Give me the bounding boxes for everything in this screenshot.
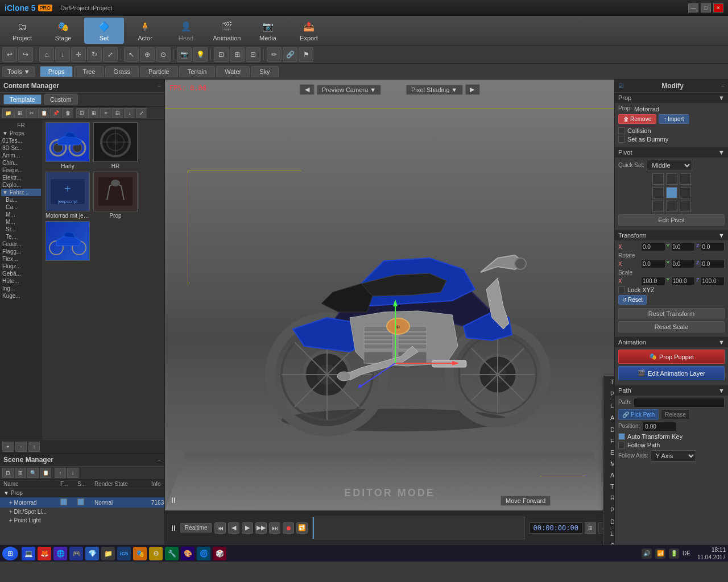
prop-section-header[interactable]: Prop ▼	[615, 93, 728, 103]
pick-path-button[interactable]: 🔗 Pick Path	[618, 409, 659, 420]
taskbar-icon-6[interactable]: 📁	[101, 547, 115, 560]
ctx-item-remove-anim[interactable]: Remove All Animation	[603, 492, 614, 504]
vp-next-button[interactable]: ▶▶	[255, 522, 267, 534]
path-section-header[interactable]: Path ▼	[615, 385, 728, 396]
ctx-item-transform[interactable]: Transform ▶	[603, 376, 614, 388]
pivot-cell-bl[interactable]	[652, 201, 664, 212]
taskbar-icon-11[interactable]: 🎨	[181, 547, 195, 560]
tab-terrain[interactable]: Terrain	[179, 66, 216, 77]
vp-play-pause-button[interactable]: ⏸	[169, 523, 177, 533]
edit-animation-layer-button[interactable]: 🎬 Edit Animation Layer	[618, 366, 725, 380]
vp-loop-button[interactable]: 🔁	[296, 522, 308, 534]
quick-set-dropdown[interactable]: Middle	[647, 160, 692, 171]
rotate2-button[interactable]: ⊙	[156, 47, 171, 62]
move-z-field[interactable]	[701, 243, 725, 251]
pivot-cell-br[interactable]	[680, 201, 691, 212]
realtime-button[interactable]: Realtime	[180, 523, 212, 533]
select-button[interactable]: ↖	[124, 47, 139, 62]
tree-item-fahrz[interactable]: ▼ Fahrz...	[1, 189, 41, 196]
dummy-check-row[interactable]: Set as Dummy	[618, 136, 725, 143]
move-button[interactable]: ✛	[71, 47, 86, 62]
close-button[interactable]: ✕	[713, 3, 723, 13]
tool-a[interactable]: ⊡	[214, 47, 229, 62]
tree-item-m1[interactable]: M...	[1, 211, 41, 218]
ctx-item-timeline[interactable]: Timeline	[603, 481, 614, 492]
tree-item-st[interactable]: St...	[1, 226, 41, 233]
rotate-button[interactable]: ↻	[87, 47, 102, 62]
move-x-field[interactable]	[641, 243, 665, 251]
vp-prev-button[interactable]: ◀	[228, 522, 239, 534]
menu-item-stage[interactable]: 🎭 Stage	[43, 18, 83, 44]
tree-item-anim[interactable]: Anim...	[1, 152, 41, 159]
animation-section-header[interactable]: Animation ▼	[615, 337, 728, 347]
taskbar-icon-4[interactable]: 🎮	[69, 547, 83, 560]
maximize-button[interactable]: □	[701, 3, 711, 13]
taskbar-icon-5[interactable]: 💎	[85, 547, 99, 560]
sm-tool-5[interactable]: ↑	[55, 468, 66, 478]
prop-puppet-button[interactable]: 🎭 Prop Puppet	[618, 350, 725, 364]
follow-path-row[interactable]: Follow Path	[618, 442, 725, 448]
tree-item-chin[interactable]: Chin...	[1, 159, 41, 167]
tab-props[interactable]: Props	[40, 66, 73, 77]
sm-tool-2[interactable]: ⊞	[15, 468, 26, 478]
auto-transform-row[interactable]: Auto Transform Key	[618, 433, 725, 440]
ctx-item-edit-anim-layer[interactable]: Edit Animation Layer	[603, 447, 614, 458]
menu-item-project[interactable]: 🗂 Project	[2, 18, 42, 44]
modify-checkbox[interactable]: ☑	[618, 82, 624, 90]
redo-button[interactable]: ↪	[18, 47, 33, 62]
tools-dropdown-button[interactable]: Tools ▼	[2, 66, 35, 77]
nav-left-button[interactable]: ◀	[300, 84, 315, 95]
ctx-item-physics[interactable]: Physics ▶	[603, 504, 614, 516]
sm-tool-4[interactable]: 📋	[40, 468, 51, 478]
snap-button[interactable]: ⊞	[585, 522, 596, 534]
pivot-cell-mr[interactable]	[680, 187, 691, 198]
path-input-field[interactable]	[634, 398, 725, 408]
move-y-field[interactable]	[671, 243, 696, 251]
tree-item-flex[interactable]: Flex...	[1, 255, 41, 263]
scale-y-field[interactable]	[671, 277, 696, 285]
tree-item-kuge[interactable]: Kuge...	[1, 292, 41, 300]
cm-tool-3[interactable]: ✂	[26, 108, 38, 118]
ctx-item-display[interactable]: Display ▶	[603, 423, 614, 435]
tree-item-m2[interactable]: M...	[1, 218, 41, 226]
tab-sky[interactable]: Sky	[251, 66, 278, 77]
table-row[interactable]: + Motorrad Normal 71636	[0, 497, 164, 508]
follow-path-checkbox[interactable]	[618, 442, 625, 448]
cm-tool-2[interactable]: ⊞	[14, 108, 26, 118]
vp-record-button[interactable]: ⏺	[283, 522, 294, 534]
collision-check-row[interactable]: Collision	[618, 127, 725, 134]
tree-item-flagg[interactable]: Flagg...	[1, 248, 41, 255]
ctx-item-freeze[interactable]: Freeze	[603, 435, 614, 447]
menu-item-animation[interactable]: 🎬 Animation	[207, 18, 247, 44]
cm-tool-7[interactable]: ⊡	[76, 108, 88, 118]
cm-tool-8[interactable]: ⊞	[88, 108, 100, 118]
viewport-timeline[interactable]	[312, 517, 524, 539]
ctx-item-link[interactable]: Link ▶	[603, 400, 614, 411]
taskbar-icon-9[interactable]: ⚙	[149, 547, 163, 560]
tree-item-ing[interactable]: Ing...	[1, 285, 41, 292]
tree-item-01tes[interactable]: 01Tes...	[1, 137, 41, 144]
taskbar-icon-10[interactable]: 🔧	[165, 547, 179, 560]
shadow-check[interactable]	[77, 498, 84, 505]
cm-tool-6[interactable]: 🗑	[62, 108, 73, 118]
tree-item-ca[interactable]: Ca...	[1, 203, 41, 211]
menu-item-actor[interactable]: 🧍 Actor	[125, 18, 165, 44]
start-button[interactable]: ⊞	[2, 547, 18, 560]
menu-item-media[interactable]: 📷 Media	[248, 18, 288, 44]
follow-axis-dropdown[interactable]: Y Axis	[651, 450, 696, 462]
content-manager-collapse[interactable]: −	[158, 83, 161, 89]
tree-item-te[interactable]: Te...	[1, 233, 41, 240]
pixel-shading-button[interactable]: Pixel Shading ▼	[406, 85, 462, 95]
cm-tab-template[interactable]: Template	[3, 94, 42, 105]
menu-item-export[interactable]: 📤 Export	[289, 18, 329, 44]
cm-tool-11[interactable]: ↓	[124, 108, 135, 118]
light-button[interactable]: 💡	[193, 47, 208, 62]
tab-water[interactable]: Water	[216, 66, 250, 77]
tree-item-eisige[interactable]: Eisige...	[1, 167, 41, 174]
sm-tool-3[interactable]: 🔍	[27, 468, 39, 478]
prop-item-prop[interactable]: Prop	[93, 172, 138, 219]
tool-f[interactable]: ⚑	[299, 47, 313, 62]
taskbar-icon-8[interactable]: 🎭	[133, 547, 147, 560]
cm-tool-1[interactable]: 📁	[2, 108, 14, 118]
cm-add-button[interactable]: +	[2, 442, 14, 452]
